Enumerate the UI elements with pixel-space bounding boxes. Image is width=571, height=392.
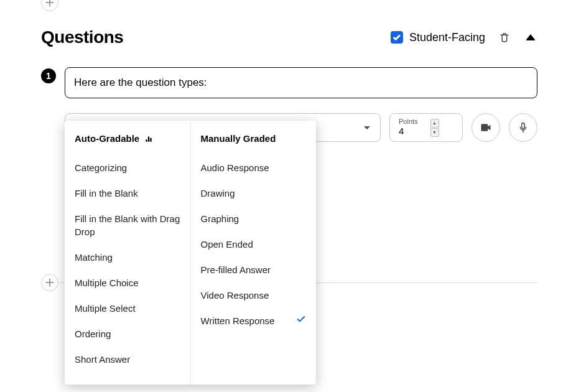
collapse-button[interactable] <box>524 30 537 44</box>
points-input[interactable]: Points 4 ▲ ▼ <box>389 113 463 142</box>
dropdown-item[interactable]: Multiple Choice <box>75 270 180 296</box>
dropdown-item[interactable]: Ordering <box>75 321 180 347</box>
student-facing-toggle[interactable]: Student-Facing <box>391 31 485 44</box>
dropdown-item[interactable]: Categorizing <box>75 155 180 180</box>
dropdown-item[interactable]: Fill in the Blank <box>75 180 180 206</box>
dropdown-item[interactable]: Short Answer <box>75 347 180 372</box>
dropdown-item[interactable]: Audio Response <box>201 155 307 180</box>
manually-graded-header: Manually Graded <box>201 133 307 144</box>
page-title: Questions <box>41 27 123 47</box>
question-row: 1 Here are the question types: <box>41 67 537 98</box>
video-icon <box>480 121 492 134</box>
auto-gradable-column: Auto-Gradable CategorizingFill in the Bl… <box>65 121 191 385</box>
questions-header: Questions Student-Facing <box>41 27 537 47</box>
manually-graded-column: Manually Graded Audio ResponseDrawingGra… <box>191 121 317 385</box>
question-text-input[interactable]: Here are the question types: <box>65 67 537 98</box>
question-type-dropdown: Auto-Gradable CategorizingFill in the Bl… <box>65 121 316 385</box>
audio-button[interactable] <box>509 113 537 142</box>
dropdown-item[interactable]: Video Response <box>201 282 307 308</box>
auto-grade-icon <box>144 134 153 143</box>
triangle-up-icon <box>526 34 536 40</box>
points-spinner: ▲ ▼ <box>430 119 439 137</box>
dropdown-item[interactable]: Written Response <box>201 308 307 334</box>
points-value: 4 <box>399 125 418 138</box>
dropdown-item[interactable]: Drawing <box>201 180 307 206</box>
auto-gradable-header: Auto-Gradable <box>75 133 180 144</box>
delete-button[interactable] <box>498 30 511 44</box>
dropdown-item[interactable]: Pre-filled Answer <box>201 257 307 282</box>
header-actions: Student-Facing <box>391 30 537 44</box>
dropdown-item[interactable]: Graphing <box>201 206 307 231</box>
points-label: Points <box>399 118 418 125</box>
student-facing-label: Student-Facing <box>409 31 485 44</box>
add-button-top[interactable] <box>41 0 58 11</box>
points-increment[interactable]: ▲ <box>430 119 439 128</box>
dropdown-item[interactable]: Multiple Select <box>75 296 180 321</box>
video-button[interactable] <box>471 113 500 142</box>
check-icon <box>296 314 306 327</box>
microphone-icon <box>518 122 529 133</box>
dropdown-item[interactable]: Matching <box>75 245 180 270</box>
dropdown-item[interactable]: Fill in the Blank with Drag Drop <box>75 206 180 245</box>
question-number-badge: 1 <box>41 68 56 83</box>
question-text: Here are the question types: <box>74 77 207 89</box>
dropdown-item[interactable]: Open Ended <box>201 231 307 257</box>
checkbox-icon <box>391 31 403 44</box>
points-decrement[interactable]: ▼ <box>430 128 439 137</box>
caret-down-icon <box>364 126 370 129</box>
trash-icon <box>499 32 510 43</box>
points-text: Points 4 <box>399 118 418 138</box>
add-button-bottom[interactable] <box>41 274 58 291</box>
